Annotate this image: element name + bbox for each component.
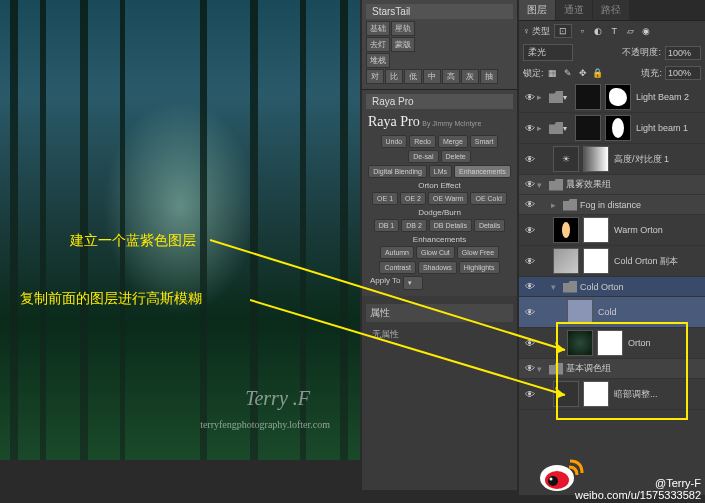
blend-mode-select[interactable]: 柔光 <box>523 44 573 61</box>
raya-db1[interactable]: DB 1 <box>374 219 400 232</box>
visibility-icon[interactable]: 👁 <box>523 179 537 190</box>
fill-label: 填充: <box>641 67 662 80</box>
kind-filter[interactable]: ⊡ <box>554 24 572 38</box>
raya-panel-label: Raya Pro <box>366 94 513 109</box>
filter-icon[interactable]: ◉ <box>640 25 652 37</box>
attribution-handle: @Terry-F <box>575 477 701 489</box>
st-btn[interactable]: 堆栈 <box>366 53 390 68</box>
opacity-input[interactable] <box>665 46 701 60</box>
layer-name[interactable]: 晨雾效果组 <box>563 178 701 191</box>
raya-db2[interactable]: DB 2 <box>401 219 427 232</box>
lock-transparency-icon[interactable]: ▦ <box>547 67 559 79</box>
st-sm[interactable]: 对 <box>366 69 384 84</box>
layer-row[interactable]: 👁 ☀ 高度/对比度 1 <box>519 144 705 175</box>
raya-dbdetails[interactable]: DB Details <box>429 219 472 232</box>
layer-thumbnail[interactable] <box>575 84 601 110</box>
mask-thumbnail[interactable] <box>605 115 631 141</box>
st-btn[interactable]: 蒙版 <box>391 37 415 52</box>
chevron-down-icon[interactable]: ▾ <box>563 124 573 133</box>
st-sm[interactable]: 比 <box>385 69 403 84</box>
lock-position-icon[interactable]: ✥ <box>577 67 589 79</box>
st-sm[interactable]: 高 <box>442 69 460 84</box>
raya-lms[interactable]: LMs <box>429 165 452 178</box>
watermark-url: terryfengphotography.lofter.com <box>200 419 330 430</box>
chevron-icon[interactable]: ▸ <box>551 200 563 210</box>
visibility-icon[interactable]: 👁 <box>523 225 537 236</box>
raya-desal[interactable]: De-sal <box>408 150 438 163</box>
mask-thumbnail[interactable] <box>583 248 609 274</box>
lock-paint-icon[interactable]: ✎ <box>562 67 574 79</box>
layer-name[interactable]: Warm Orton <box>611 225 701 235</box>
layer-name[interactable]: 基本调色组 <box>563 362 701 375</box>
lock-all-icon[interactable]: 🔒 <box>592 67 604 79</box>
st-btn[interactable]: 去灯 <box>366 37 390 52</box>
chevron-down-icon[interactable]: ▾ <box>563 93 573 102</box>
st-sm[interactable]: 低 <box>404 69 422 84</box>
raya-digital-blending[interactable]: Digital Blending <box>368 165 427 178</box>
visibility-icon[interactable]: 👁 <box>523 92 537 103</box>
st-btn[interactable]: 星轨 <box>391 21 415 36</box>
layer-name[interactable]: Light Beam 2 <box>633 92 701 102</box>
raya-merge[interactable]: Merge <box>438 135 468 148</box>
raya-redo[interactable]: Redo <box>409 135 436 148</box>
starstail-title: StarsTail <box>366 4 513 19</box>
lock-label: 锁定: <box>523 67 544 80</box>
raya-subtitle: By Jimmy McIntyre <box>422 120 481 127</box>
layer-name[interactable]: Orton <box>625 338 701 348</box>
st-btn[interactable]: 基础 <box>366 21 390 36</box>
mask-thumbnail[interactable] <box>597 330 623 356</box>
layer-name[interactable]: Light beam 1 <box>633 123 701 133</box>
st-sm[interactable]: 灰 <box>461 69 479 84</box>
mask-thumbnail[interactable] <box>583 381 609 407</box>
chevron-icon[interactable]: ▸ <box>537 123 549 133</box>
adjustment-icon[interactable]: ☀ <box>553 146 579 172</box>
layer-row[interactable]: 👁 ▸ ▾ Light Beam 2 <box>519 82 705 113</box>
raya-enhancements[interactable]: Enhancements <box>454 165 511 178</box>
mask-thumbnail[interactable] <box>605 84 631 110</box>
raya-oe1[interactable]: OE 1 <box>372 192 398 205</box>
layer-group-row[interactable]: 👁 ▸ Fog in distance <box>519 195 705 215</box>
raya-delete[interactable]: Delete <box>441 150 471 163</box>
raya-title: Raya Pro <box>368 112 420 131</box>
filter-icon[interactable]: ◐ <box>592 25 604 37</box>
filter-icon[interactable]: ▫ <box>576 25 588 37</box>
folder-icon <box>549 179 563 191</box>
chevron-down-icon[interactable]: ▾ <box>537 180 549 190</box>
raya-section-orton: Orton Effect <box>366 181 513 190</box>
layer-name[interactable]: Cold <box>595 307 701 317</box>
filter-icon[interactable]: ▱ <box>624 25 636 37</box>
tab-channels[interactable]: 通道 <box>556 0 592 20</box>
st-sm[interactable]: 中 <box>423 69 441 84</box>
visibility-icon[interactable]: 👁 <box>523 199 537 210</box>
chevron-icon[interactable]: ▸ <box>537 92 549 102</box>
fill-input[interactable] <box>665 66 701 80</box>
layer-name[interactable]: 暗部调整... <box>611 388 701 401</box>
raya-undo[interactable]: Undo <box>381 135 408 148</box>
raya-oewarm[interactable]: OE Warm <box>428 192 468 205</box>
raya-details[interactable]: Details <box>474 219 505 232</box>
layer-name[interactable]: Cold Orton 副本 <box>611 255 701 268</box>
st-sm[interactable]: 抽 <box>480 69 498 84</box>
annotation-top: 建立一个蓝紫色图层 <box>70 232 196 250</box>
svg-line-2 <box>250 300 565 395</box>
visibility-icon[interactable]: 👁 <box>523 123 537 134</box>
mask-thumbnail[interactable] <box>583 146 609 172</box>
layer-name[interactable]: Cold Orton <box>577 282 701 292</box>
layer-name[interactable]: Fog in distance <box>577 200 701 210</box>
mask-thumbnail[interactable] <box>583 217 609 243</box>
layer-name[interactable]: 高度/对比度 1 <box>611 153 701 166</box>
raya-smart[interactable]: Smart <box>470 135 499 148</box>
folder-icon <box>563 199 577 211</box>
layer-thumbnail[interactable] <box>575 115 601 141</box>
kind-label: ♀ 类型 <box>523 25 550 38</box>
raya-oe2[interactable]: OE 2 <box>400 192 426 205</box>
tab-layers[interactable]: 图层 <box>519 0 555 20</box>
layer-row[interactable]: 👁 ▸ ▾ Light beam 1 <box>519 113 705 144</box>
raya-oecold[interactable]: OE Cold <box>470 192 506 205</box>
layer-group-row[interactable]: 👁 ▾ 晨雾效果组 <box>519 175 705 195</box>
filter-icon[interactable]: T <box>608 25 620 37</box>
tab-paths[interactable]: 路径 <box>593 0 629 20</box>
folder-icon <box>549 91 563 103</box>
visibility-icon[interactable]: 👁 <box>523 154 537 165</box>
annotation-bottom: 复制前面的图层进行高斯模糊 <box>20 290 202 308</box>
